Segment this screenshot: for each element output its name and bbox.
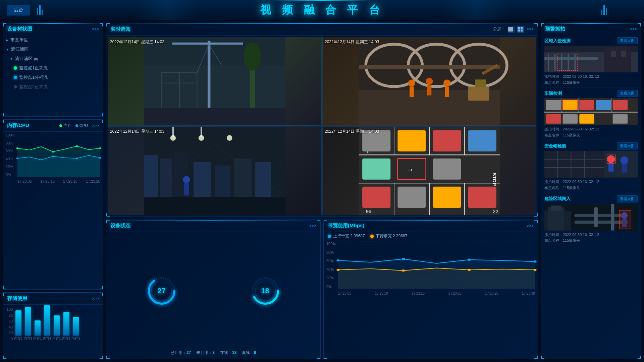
corner-tr	[100, 120, 103, 123]
tree-arrow: ▼	[10, 57, 13, 61]
mem-cpu-svg	[17, 133, 100, 177]
corner-tr	[534, 220, 538, 223]
svg-rect-111	[574, 54, 576, 71]
svg-point-95	[468, 259, 471, 261]
warning-list: 区域入侵检测 查看大图	[541, 35, 641, 359]
view-btn-4[interactable]: 查看大图	[617, 195, 638, 202]
device-status-more[interactable]: >>>	[309, 224, 316, 228]
svg-point-98	[402, 269, 405, 272]
storage-bar-group: 内存1	[24, 307, 33, 341]
back-button[interactable]: 后台	[7, 5, 30, 15]
gauge-2: 18	[250, 276, 280, 306]
storage-y-labels: 100 80 60 40 20 0	[6, 307, 14, 341]
header-right-decor	[601, 5, 607, 15]
svg-rect-124	[613, 114, 628, 124]
device-status-title: 设备状态	[110, 223, 130, 229]
tree-dot-green	[14, 66, 17, 70]
tree-item-monitor2[interactable]: 监控点1分析流	[3, 73, 103, 82]
view-btn-1[interactable]: 查看大图	[617, 37, 638, 44]
tree-item-pujiang-south[interactable]: ▼ 滴江浦区-南	[3, 54, 103, 63]
x-axis: 17:23:05 17:23:10 17:23:15 17:23:20	[17, 179, 100, 183]
cpu-area	[17, 156, 100, 177]
svg-rect-46	[194, 162, 211, 197]
video-cell-2[interactable]: 2022年12月14日 星期三 14:03	[322, 37, 536, 126]
warning-scene-3	[544, 151, 638, 178]
gauge-value-1: 27	[157, 287, 165, 295]
svg-rect-73	[468, 130, 496, 152]
view-btn-2[interactable]: 查看大图	[617, 90, 638, 97]
svg-rect-77	[397, 187, 426, 208]
video-cell-4[interactable]: 2022年12月14日 星期三 14:03	[322, 126, 536, 215]
svg-rect-54	[184, 183, 189, 195]
device-tree-more[interactable]: >>>	[92, 27, 99, 32]
video-cell-3[interactable]: 2022年12月14日 星期三 14:03	[108, 126, 322, 215]
bandwidth-more[interactable]: >>>	[527, 224, 534, 228]
svg-rect-14	[144, 108, 285, 125]
warning-scene-1	[544, 46, 638, 72]
corner-tr	[317, 220, 320, 223]
left-column: 设备树状图 >>> ▶ 市直单位 ▼ 滴江浦区 ▼ 滴江浦区-南 监控点1正常流	[3, 23, 103, 359]
realtime-more[interactable]: >>>	[527, 27, 534, 32]
tree-label: 监控点1正常流	[19, 65, 48, 71]
svg-rect-33	[475, 79, 486, 87]
mem-cpu-chart: 100% 80% 60% 40% 20% 0%	[6, 133, 100, 183]
svg-rect-107	[548, 54, 549, 71]
corner-tl	[106, 220, 110, 223]
storage-bar	[25, 307, 31, 336]
corner-bl	[106, 356, 110, 359]
view-btn-3[interactable]: 查看大图	[617, 142, 638, 149]
warning-title-3: 安全帽检测	[544, 143, 566, 149]
storage-bar	[35, 320, 41, 336]
mem-cpu-more[interactable]: >>>	[92, 123, 99, 128]
upload-legend: 上行带宽 2.39687	[328, 233, 365, 239]
device-tree-panel: 设备树状图 >>> ▶ 市直单位 ▼ 滴江浦区 ▼ 滴江浦区-南 监控点1正常流	[3, 23, 103, 117]
tree-item-pujiang[interactable]: ▼ 滴江浦区	[3, 45, 103, 54]
warning-title-2: 车辆检测	[544, 90, 562, 97]
warning-item-3: 安全帽检测 查看大图	[541, 140, 641, 193]
storage-more[interactable]: >>>	[92, 296, 99, 301]
warning-header-1: 区域入侵检测 查看大图	[544, 37, 638, 44]
corner-tr	[100, 23, 103, 26]
mem-cpu-header: 内存/CPU 内存 CPU >>>	[3, 120, 103, 132]
tree-item-monitor3[interactable]: 监控点2正常流	[3, 82, 103, 92]
svg-text:22: 22	[493, 209, 498, 214]
bw-legend: 上行带宽 2.39687 下行带宽 2.39687	[324, 232, 538, 240]
storage-bar-group: 内存1	[43, 305, 52, 341]
bandwidth-title: 带宽使用(Mbps)	[328, 223, 364, 229]
video-cell-1[interactable]: 2022年12月14日 星期三 14:03	[108, 37, 322, 126]
warning-thumb-4	[544, 204, 638, 231]
storage-bar-label: 内存1	[71, 336, 80, 341]
header: 后台 视 频 融 合 平 台	[0, 0, 644, 20]
svg-rect-76	[362, 187, 390, 208]
svg-rect-50	[144, 197, 285, 215]
mem-legend: 内存	[59, 123, 71, 128]
split-4-btn[interactable]	[517, 26, 524, 33]
svg-rect-29	[427, 85, 432, 96]
storage-bar-group: 内存1	[71, 317, 80, 341]
storage-bar-group: 内存1	[52, 315, 61, 341]
svg-rect-122	[563, 114, 578, 124]
cpu-legend: CPU	[75, 123, 88, 128]
svg-rect-121	[546, 114, 561, 124]
warning-scene-4	[544, 204, 638, 231]
warning-item-4: 危险区域闯入 查看大图	[541, 193, 641, 246]
warning-header-2: 车辆检测 查看大图	[544, 90, 638, 97]
svg-rect-114	[544, 112, 638, 113]
svg-rect-9	[172, 43, 243, 45]
gauge-status: 已启用：27 未启用：3 在线：18 离线：9	[106, 350, 320, 359]
tree-item-monitor1[interactable]: 监控点1正常流	[3, 63, 103, 73]
bandwidth-panel: 带宽使用(Mbps) >>> 上行带宽 2.39687 下行带宽 2.39687	[323, 220, 538, 359]
warnings-more[interactable]: >>>	[630, 27, 637, 32]
tree-item-market[interactable]: ▶ 市直单位	[3, 35, 103, 45]
tree-label: 滴江浦区	[11, 46, 29, 52]
storage-bar-label: 内存1	[52, 336, 61, 341]
bandwidth-header: 带宽使用(Mbps) >>>	[324, 220, 538, 232]
storage-bars: 内存1 内存1 内存1 内存1	[14, 307, 100, 341]
storage-bar-label: 内存1	[62, 336, 71, 341]
svg-rect-49	[255, 162, 271, 197]
storage-title: 存储使用	[7, 295, 27, 302]
download-legend: 下行带宽 2.39687	[370, 233, 408, 239]
warning-thumb-1	[544, 46, 638, 72]
bw-y-axis: 100% 80% 60% 40% 20% 0%	[326, 242, 338, 289]
split-1-btn[interactable]	[508, 26, 515, 33]
